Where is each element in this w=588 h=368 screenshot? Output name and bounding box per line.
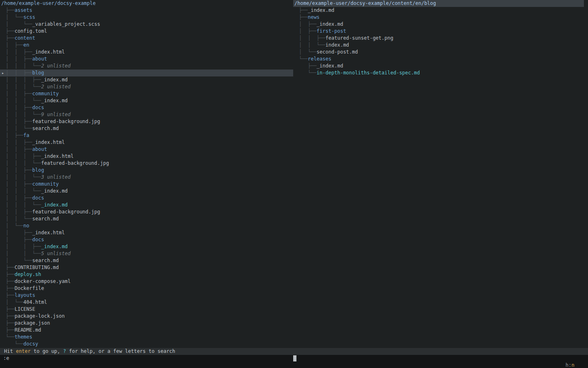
tree-row[interactable]: │ │ │ ├──_index.html: [0, 153, 293, 160]
tree-branch-lines: │ │ │ └──: [6, 112, 41, 117]
tree-row[interactable]: │ └──search.md: [0, 257, 293, 264]
flag-value: n: [572, 362, 575, 368]
tree-branch-lines: ├──: [299, 14, 308, 20]
tree-row[interactable]: │ │ │ └──9 unlisted: [0, 111, 293, 118]
tree-row[interactable]: │ │ ├──_index.html: [0, 139, 293, 146]
tree-row[interactable]: ▸│ │ ├──blog: [0, 70, 293, 76]
tree-row[interactable]: └──docsy: [0, 341, 293, 348]
tree-branch-lines: │ │ │ └──: [6, 174, 41, 180]
dir-name: blog: [32, 70, 44, 76]
tree-row[interactable]: └──in-depth-monoliths-detailed-spec.md: [293, 70, 588, 76]
tree-row[interactable]: ├──_index.md: [293, 7, 588, 14]
tree-row[interactable]: └──releases: [293, 56, 588, 63]
toggle-flags: h:n gi:y: [535, 355, 577, 362]
tree-branch-lines: │ │ ├──: [6, 146, 32, 152]
tree-branch-lines: │ │ └──: [299, 42, 325, 48]
file-name: CONTRIBUTING.md: [15, 265, 59, 270]
file-name: _index.html: [32, 49, 65, 55]
tree-row[interactable]: ├──package-lock.json: [0, 313, 293, 320]
tree-row[interactable]: │ │ │ └──3 unlisted: [0, 174, 293, 181]
tree-row[interactable]: ├──Dockerfile: [0, 285, 293, 292]
tree-row[interactable]: ├──deploy.sh: [0, 271, 293, 278]
tree-row[interactable]: │ └──404.html: [0, 299, 293, 306]
status-segment: enter: [16, 348, 31, 354]
tree-row[interactable]: │ │ ├──community: [0, 181, 293, 188]
tree-branch-lines: │ │ ├──: [6, 119, 32, 124]
tree-row[interactable]: ├──layouts: [0, 292, 293, 299]
tree-row[interactable]: │ ├──fa: [0, 132, 293, 139]
tree-row[interactable]: │ │ ├──featured-sunset-get.png: [293, 35, 588, 42]
tree-row[interactable]: │ │ ├──blog: [0, 167, 293, 174]
tree-row[interactable]: ├──config.toml: [0, 28, 293, 35]
file-name: search.md: [32, 258, 59, 263]
tree-row[interactable]: │ │ ├──featured-background.jpg: [0, 209, 293, 215]
tree-row[interactable]: │ ├──_index.md: [293, 21, 588, 28]
tree-row[interactable]: ├──README.md: [0, 327, 293, 334]
tree-row[interactable]: │ │ ├──about: [0, 56, 293, 63]
tree-branch-lines: │ └──: [6, 299, 23, 305]
tree-row[interactable]: │ │ └──index.md: [293, 42, 588, 49]
tree-row[interactable]: ├──CONTRIBUTING.md: [0, 264, 293, 271]
panel-right-tree: ├──_index.md├──news│ ├──_index.md│ ├──fi…: [293, 7, 588, 76]
tree-row[interactable]: │ │ ├──featured-background.jpg: [0, 118, 293, 125]
tree-row[interactable]: │ │ │ └──_index.md: [0, 97, 293, 104]
unlisted-count: 9 unlisted: [41, 112, 71, 117]
tree-branch-lines: │ │ ├──: [6, 181, 32, 187]
status-segment: for help, or a few letters to search: [66, 348, 175, 354]
broot-terminal: /home/example-user/docsy-example ├──asse…: [0, 0, 588, 368]
tree-row[interactable]: ├──content: [0, 35, 293, 42]
tree-branch-lines: ├──: [6, 313, 15, 319]
tree-row[interactable]: │ │ └──search.md: [0, 215, 293, 222]
tree-branch-lines: │ │ ├──: [299, 35, 325, 41]
tree-branch-lines: └──: [6, 341, 23, 347]
tree-branch-lines: │ ├──: [6, 42, 23, 48]
hidden-files-flag: h:n: [566, 362, 575, 368]
dir-name: docs: [32, 105, 44, 110]
tree-row[interactable]: │ │ ├──community: [0, 90, 293, 97]
dir-name: layouts: [15, 292, 36, 298]
tree-row[interactable]: ├──docker-compose.yaml: [0, 278, 293, 285]
tree-row[interactable]: │ │ └──5 unlisted: [0, 250, 293, 257]
tree-row[interactable]: └──themes: [0, 334, 293, 341]
tree-row[interactable]: │ │ ├──docs: [0, 104, 293, 111]
tree-row[interactable]: │ │ │ └──2 unlisted: [0, 63, 293, 70]
tree-row[interactable]: │ │ ├──docs: [0, 195, 293, 202]
tree-row[interactable]: │ │ ├──_index.html: [0, 49, 293, 56]
tree-branch-lines: │ │ │ ├──: [6, 77, 41, 83]
tree-row[interactable]: │ │ │ └──_index.md: [0, 188, 293, 195]
tree-row[interactable]: │ └──scss: [0, 14, 293, 21]
tree-row[interactable]: │ │ │ └──_index.md: [0, 202, 293, 209]
file-name: _index.md: [41, 188, 68, 194]
tree-row[interactable]: │ │ │ ├──_index.md: [0, 76, 293, 83]
tree-row[interactable]: │ │ │ └──featured-background.jpg: [0, 160, 293, 167]
tree-row[interactable]: │ └──no: [0, 222, 293, 229]
file-name: _index.html: [32, 230, 65, 236]
tree-row[interactable]: │ ├──_index.html: [0, 229, 293, 236]
tree-row[interactable]: │ └──second-post.md: [293, 49, 588, 56]
file-name: config.toml: [15, 28, 47, 34]
right-command-input[interactable]: h:n gi:y: [293, 355, 588, 362]
file-name: featured-background.jpg: [32, 209, 100, 215]
tree-row[interactable]: ├──assets: [0, 7, 293, 14]
tree-row[interactable]: │ ├──docs: [0, 236, 293, 243]
dir-name: themes: [15, 334, 32, 340]
tree-row[interactable]: │ ├──en: [0, 42, 293, 49]
file-name: 404.html: [23, 299, 47, 305]
file-name: _index.md: [316, 63, 343, 69]
tree-row[interactable]: │ │ └──search.md: [0, 125, 293, 132]
tree-row[interactable]: │ │ ├──_index.md: [0, 243, 293, 250]
left-command-input[interactable]: :e: [0, 355, 293, 362]
tree-row[interactable]: │ │ │ └──2 unlisted: [0, 83, 293, 90]
tree-row[interactable]: ├──LICENSE: [0, 306, 293, 313]
tree-branch-lines: └──: [6, 334, 15, 340]
tree-row[interactable]: ├──package.json: [0, 320, 293, 327]
tree-row[interactable]: │ ├──first-post: [293, 28, 588, 35]
tree-row[interactable]: ├──_index.md: [293, 63, 588, 70]
tree-row[interactable]: │ └──_variables_project.scss: [0, 21, 293, 28]
tree-row[interactable]: ├──news: [293, 14, 588, 21]
dir-name: content: [15, 35, 36, 41]
dir-name: blog: [32, 167, 44, 173]
file-name: Dockerfile: [15, 285, 44, 291]
tree-row[interactable]: │ │ ├──about: [0, 146, 293, 153]
dir-name: docsy: [23, 341, 38, 347]
